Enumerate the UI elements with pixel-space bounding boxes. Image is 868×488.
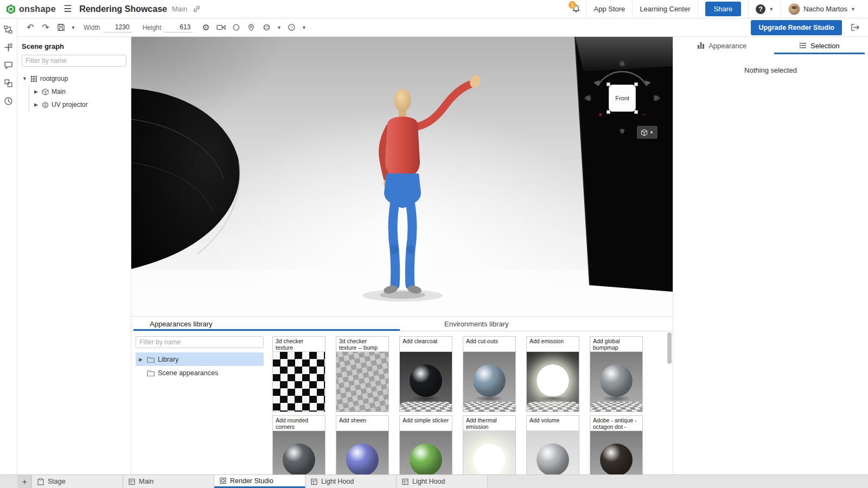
tab-stage[interactable]: Stage	[32, 475, 123, 488]
main-area: ↶ ↷ ▼ Width Height ⚙	[0, 18, 868, 474]
onshape-logo[interactable]: onshape	[5, 4, 56, 15]
help-chevron-icon[interactable]: ▼	[300, 21, 308, 34]
pan-down-arrow-icon[interactable]: ▼	[619, 128, 626, 134]
group-grid-icon	[30, 75, 37, 82]
appearance-item[interactable]: Add cut-outs	[463, 336, 516, 412]
appearance-item[interactable]: Adobe - antique - octagon dot -	[590, 415, 643, 474]
plus-icon: ＋	[21, 477, 29, 487]
environment-chevron-icon[interactable]: ▼	[275, 21, 283, 34]
appearance-thumbnail	[336, 352, 388, 412]
save-icon[interactable]	[54, 21, 67, 34]
share-button[interactable]: Share	[705, 2, 742, 16]
appearance-item[interactable]: Add volume	[526, 415, 579, 474]
library-body: ▶ Library Scene appearances	[131, 331, 673, 474]
undo-icon[interactable]: ↶	[24, 21, 37, 34]
tab-environments-library[interactable]: Environments library	[402, 317, 673, 331]
render-settings-gear-icon[interactable]: ⚙	[199, 21, 212, 34]
chevron-expanded-icon[interactable]: ▼	[22, 76, 28, 81]
appearance-thumbnail	[273, 352, 325, 412]
scene-graph-tree: ▼ rootgroup ▶ Main ▶	[22, 72, 126, 111]
chevron-collapsed-icon[interactable]: ▶	[33, 102, 39, 107]
clipboard-icon	[37, 478, 44, 485]
learning-center-link[interactable]: Learning Center	[632, 0, 697, 18]
chevron-down-icon: ▼	[769, 7, 774, 12]
tab-light-hood-2[interactable]: Light Hood	[397, 475, 488, 488]
location-pin-icon[interactable]	[245, 21, 258, 34]
appearance-item[interactable]: Add thermal emission	[463, 415, 516, 474]
width-input[interactable]	[104, 22, 132, 33]
viewcube-handle	[634, 82, 638, 86]
add-tab-button[interactable]: ＋	[17, 475, 32, 488]
topbar-right: 1 App Store Learning Center Share ? ▼ Na…	[566, 0, 863, 18]
library-filter-input[interactable]	[136, 336, 264, 348]
pan-up-arrow-icon[interactable]: ▲	[619, 60, 626, 66]
viewcube-handle	[607, 82, 610, 86]
folder-scene-appearances[interactable]: Scene appearances	[136, 366, 264, 380]
render-sphere-icon[interactable]	[229, 21, 242, 34]
tree-node-rootgroup[interactable]: ▼ rootgroup	[22, 72, 126, 85]
camera-icon[interactable]	[214, 21, 227, 34]
share-segment: Share	[698, 0, 749, 18]
appearance-thumbnail	[527, 431, 579, 474]
pan-left-arrow-icon[interactable]: ◀	[585, 94, 590, 101]
add-item-icon[interactable]	[3, 42, 14, 53]
height-input[interactable]	[164, 22, 193, 33]
appearance-item[interactable]: 3d checker texture	[272, 336, 326, 412]
notifications-button[interactable]: 1	[566, 4, 586, 14]
appearance-item[interactable]: Add rounded corners	[272, 415, 326, 474]
user-menu[interactable]: Nacho Martos ▼	[781, 0, 863, 18]
chevron-collapsed-icon[interactable]: ▶	[33, 89, 39, 94]
render-toolbar: ↶ ↷ ▼ Width Height ⚙	[17, 18, 868, 37]
link-icon[interactable]	[193, 5, 201, 13]
tab-main[interactable]: Main	[123, 475, 214, 488]
view-cube-front-face[interactable]: Front	[609, 85, 636, 112]
appearance-item[interactable]: Add clearcoat	[399, 336, 452, 412]
chevron-collapsed-icon[interactable]: ▶	[138, 357, 144, 362]
redo-icon[interactable]: ↷	[39, 21, 52, 34]
appearance-thumbnail	[590, 352, 642, 412]
tab-render-studio[interactable]: Render Studio	[214, 475, 305, 488]
appearance-item[interactable]: Add emission	[526, 336, 579, 412]
tree-node-main[interactable]: ▶ Main	[33, 85, 126, 98]
comments-icon[interactable]	[3, 60, 14, 70]
parts-library-icon[interactable]	[3, 78, 14, 88]
save-options-chevron-icon[interactable]: ▼	[69, 21, 77, 34]
tree-node-uv-projector[interactable]: ▶ UV projector	[33, 98, 126, 111]
appearance-item[interactable]: 3d checker texture -- bump	[336, 336, 389, 412]
tab-light-hood-1[interactable]: Light Hood	[305, 475, 397, 488]
document-tab-bar: ＋ Stage Main Render Studio Light Hood Li…	[0, 474, 868, 488]
render-viewport[interactable]: ▲ ◀ ▶ ▼ Front x ─	[131, 37, 673, 316]
tab-appearance[interactable]: Appearance	[673, 37, 771, 54]
toolbar-help-icon[interactable]: ?	[285, 21, 298, 34]
content-row: Scene graph ▼ rootgroup ▶ Main	[17, 37, 868, 474]
scene-graph-panel-icon[interactable]	[3, 24, 14, 35]
scrollbar-thumb[interactable]	[667, 332, 672, 364]
tab-appearances-library[interactable]: Appearances library	[131, 317, 402, 331]
folder-library[interactable]: ▶ Library	[136, 352, 264, 366]
viewcube-handle	[607, 110, 610, 114]
tab-selection[interactable]: Selection	[771, 37, 868, 54]
pan-right-arrow-icon[interactable]: ▶	[655, 94, 660, 101]
part-studio-icon	[311, 478, 317, 485]
appearance-item[interactable]: Add sheen	[336, 415, 389, 474]
environment-icon[interactable]	[260, 21, 273, 34]
upgrade-render-studio-button[interactable]: Upgrade Render Studio	[751, 20, 842, 35]
main-menu-icon[interactable]: ☰	[63, 3, 72, 15]
scene-graph-panel: Scene graph ▼ rootgroup ▶ Main	[17, 37, 131, 474]
tree-children: ▶ Main ▶ UV projector	[29, 85, 126, 111]
cube-icon	[641, 129, 648, 136]
view-mode-cube-button[interactable]: ▼	[637, 126, 658, 139]
appearance-thumbnail	[273, 431, 325, 474]
tree-node-label: rootgroup	[40, 75, 68, 82]
scene-graph-filter-input[interactable]	[22, 55, 126, 67]
library-scrollbar[interactable]	[667, 332, 672, 473]
help-menu[interactable]: ? ▼	[748, 0, 781, 18]
part-cube-icon	[42, 88, 49, 95]
exit-panel-icon[interactable]	[848, 21, 861, 34]
appearance-item[interactable]: Add global bumpmap	[590, 336, 643, 412]
history-icon[interactable]	[3, 95, 14, 106]
uv-sphere-icon	[42, 101, 49, 108]
appearance-item[interactable]: Add simple sticker	[399, 415, 452, 474]
app-store-link[interactable]: App Store	[586, 0, 632, 18]
tree-node-label: Main	[52, 88, 66, 95]
